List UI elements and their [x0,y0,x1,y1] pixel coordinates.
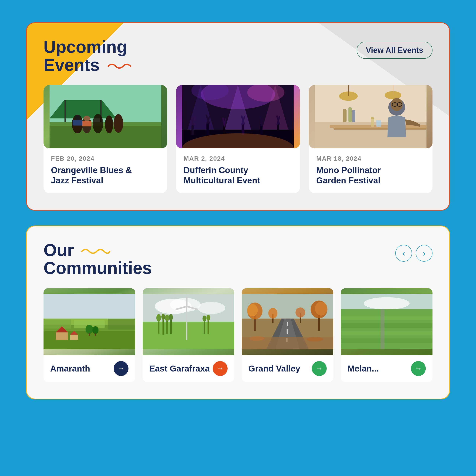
community-footer-grand-valley: Grand Valley → [242,355,333,382]
svg-rect-38 [277,123,279,135]
events-title: UpcomingEvents [44,38,133,74]
svg-rect-14 [73,120,82,125]
svg-rect-32 [242,124,244,135]
svg-rect-126 [341,339,432,343]
community-name-garafraxa: East Garafraxa [149,363,210,374]
community-name-melan: Melan... [348,363,379,374]
communities-prev-button[interactable]: ‹ [395,245,412,262]
svg-rect-82 [143,322,234,349]
svg-point-94 [169,314,173,321]
community-image-amaranth [44,288,135,355]
communities-nav: ‹ › [395,245,432,262]
svg-rect-124 [341,323,432,328]
svg-rect-103 [287,322,288,326]
svg-rect-93 [170,318,172,334]
community-image-grand-valley [242,288,333,355]
view-all-events-button[interactable]: View All Events [357,42,432,59]
community-card-garafraxa[interactable]: East Garafraxa → [143,288,234,382]
svg-rect-97 [207,319,209,334]
svg-rect-71 [70,335,78,340]
svg-point-118 [306,337,323,341]
communities-section: Our Communities ‹ › [26,225,450,399]
communities-next-button[interactable]: › [416,245,432,262]
svg-point-113 [268,308,277,319]
svg-point-90 [161,314,165,320]
svg-point-111 [315,302,327,316]
events-section: UpcomingEvents View All Events [26,22,450,211]
event-date-3: MAR 18, 2024 [316,155,425,162]
svg-point-98 [206,315,210,321]
svg-rect-56 [376,120,381,127]
community-card-melan[interactable]: Melan... → [341,288,432,382]
event-name-1: Orangeville Blues & Jazz Festival [51,165,160,186]
svg-rect-2 [50,126,161,148]
svg-rect-122 [341,309,432,349]
svg-rect-66 [44,319,71,328]
svg-point-9 [105,116,113,133]
svg-rect-55 [371,119,374,127]
svg-point-81 [198,302,225,314]
title-squiggle [107,61,133,73]
event-card-1[interactable]: FEB 20, 2024 Orangeville Blues & Jazz Fe… [44,85,167,193]
svg-rect-123 [341,316,432,320]
event-image-2 [176,85,300,148]
community-footer-amaranth: Amaranth → [44,355,135,382]
svg-point-11 [84,116,90,121]
svg-rect-23 [191,124,194,135]
events-header: UpcomingEvents View All Events [44,38,432,74]
svg-rect-125 [341,331,432,335]
community-arrow-grand-valley[interactable]: → [312,361,327,376]
community-arrow-amaranth[interactable]: → [114,361,128,376]
svg-point-117 [249,336,265,341]
svg-point-12 [75,115,81,120]
svg-point-57 [370,117,374,119]
svg-point-121 [364,297,410,309]
svg-rect-127 [381,309,385,349]
svg-point-108 [247,304,258,316]
svg-rect-89 [163,318,164,335]
communities-title-block: Our Communities [44,241,152,277]
event-date-2: MAR 2, 2024 [184,155,292,162]
events-grid: FEB 20, 2024 Orangeville Blues & Jazz Fe… [44,85,432,193]
svg-rect-26 [206,123,209,135]
communities-grid: Amaranth → [44,288,432,382]
community-arrow-garafraxa[interactable]: → [213,361,228,376]
svg-rect-104 [287,329,288,334]
svg-rect-4 [65,100,66,122]
svg-point-75 [92,326,99,334]
event-image-1 [44,85,167,148]
community-card-grand-valley[interactable]: Grand Valley → [242,288,333,382]
community-image-melan [341,288,432,355]
svg-point-115 [295,307,305,317]
community-image-garafraxa [143,288,234,355]
event-card-2[interactable]: MAR 2, 2024 Dufferin County Multicultura… [176,85,300,193]
community-name-grand-valley: Grand Valley [248,363,300,374]
event-name-3: Mono Pollinator Garden Festival [316,165,425,186]
svg-rect-58 [343,109,346,122]
event-date-1: FEB 20, 2024 [51,155,160,162]
svg-point-10 [114,114,123,133]
event-card-3[interactable]: MAR 18, 2024 Mono Pollinator Garden Fest… [309,85,432,193]
community-footer-melan: Melan... → [341,355,432,382]
communities-header: Our Communities ‹ › [44,241,432,277]
svg-point-8 [93,114,103,133]
community-arrow-melan[interactable]: → [411,361,426,376]
event-name-2: Dufferin County Multicultural Event [184,165,292,186]
svg-rect-68 [108,319,135,330]
svg-rect-74 [89,333,90,336]
event-info-3: MAR 18, 2024 Mono Pollinator Garden Fest… [309,148,432,193]
event-image-3 [309,85,432,148]
community-card-amaranth[interactable]: Amaranth → [44,288,135,382]
communities-title: Our Communities [44,241,152,277]
svg-rect-45 [315,85,426,122]
svg-rect-76 [95,333,96,336]
svg-point-92 [165,315,169,321]
svg-rect-69 [56,332,68,340]
svg-rect-62 [44,294,135,319]
svg-point-96 [203,316,206,322]
svg-point-88 [156,314,161,322]
community-footer-garafraxa: East Garafraxa → [143,355,234,382]
svg-rect-13 [82,121,91,126]
svg-rect-60 [352,110,355,122]
events-title-block: UpcomingEvents [44,38,133,74]
